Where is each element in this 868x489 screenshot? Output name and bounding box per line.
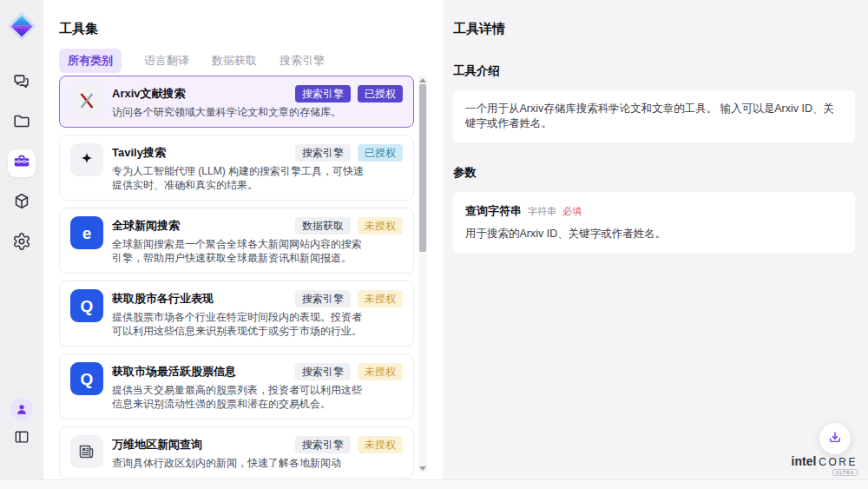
auth-status-badge: 未授权 [358,436,403,453]
toolbox-icon [12,152,31,175]
auth-status-badge: 已授权 [358,144,403,162]
params-heading: 参数 [453,165,855,181]
intro-text: 一个用于从Arxiv存储库搜索科学论文和文章的工具。 输入可以是Arxiv ID… [465,102,843,131]
intel-brand-text: intel [792,454,817,468]
user-avatar[interactable] [10,398,33,420]
tab-translation[interactable]: 语言翻译 [144,53,189,69]
tool-card-regional-news[interactable]: 万维地区新闻查询 查询具体行政区划内的新闻，快速了解各地新闻动 搜索引擎 未授权 [59,426,414,479]
category-badge: 搜索引擎 [295,363,351,380]
tab-search-engine[interactable]: 搜索引擎 [279,53,325,69]
scroll-up-arrow[interactable] [418,76,427,84]
tool-card-global-news[interactable]: e 全球新闻搜索 全球新闻搜索是一个聚合全球各大新闻网站内容的搜索引擎，帮助用户… [59,208,414,274]
sidebar-item-packages[interactable] [8,189,36,217]
tool-list-panel: 工具集 所有类别 语言翻译 数据获取 搜索引擎 Arxiv文献搜索 访问各个研究… [43,0,443,479]
download-icon [827,430,843,448]
tool-card-list: Arxiv文献搜索 访问各个研究领域大量科学论文和文章的存储库。 搜索引擎 已授… [59,76,414,479]
sidebar-item-chat[interactable] [8,69,36,97]
tool-card-desc: 查询具体行政区划内的新闻，快速了解各地新闻动 [112,456,365,470]
stock-logo-icon: Q [70,362,103,395]
intro-box: 一个用于从Arxiv存储库搜索科学论文和文章的工具。 输入可以是Arxiv ID… [453,90,855,142]
category-badge: 搜索引擎 [295,144,351,162]
details-title: 工具详情 [453,21,855,37]
intel-core-logo: intel core Ultra [792,454,858,476]
category-badge: 搜索引擎 [295,85,351,102]
tool-card-desc: 提供当天交易量最高的股票列表，投资者可以利用这些信息来识别流动性强的股票和潜在的… [112,383,365,411]
tool-card-desc: 全球新闻搜索是一个聚合全球各大新闻网站内容的搜索引擎，帮助用户快速获取全球最新资… [112,237,365,265]
auth-status-badge: 已授权 [358,85,403,102]
auth-status-badge: 未授权 [358,217,403,235]
stock-logo-icon: Q [70,289,103,322]
gear-icon [12,232,31,254]
intel-product-text: core [819,456,858,468]
collapse-panel-button[interactable] [8,427,36,450]
auth-status-badge: 未授权 [358,290,403,307]
newspaper-icon [70,435,103,468]
category-badge: 搜索引擎 [295,436,351,453]
param-desc: 用于搜索的Arxiv ID、关键字或作者姓名。 [465,227,843,241]
param-type: 字符串 [528,205,556,218]
bottom-strip [0,479,868,489]
sidebar-item-settings[interactable] [8,229,36,257]
param-name: 查询字符串 [465,203,522,219]
scroll-down-arrow[interactable] [418,464,427,472]
sidebar-item-tools[interactable] [8,149,36,177]
scrollbar-thumb[interactable] [419,84,426,252]
tool-card-desc: 访问各个研究领域大量科学论文和文章的存储库。 [112,105,365,119]
auth-status-badge: 未授权 [358,363,403,380]
tavily-star-icon [70,143,103,176]
tool-card-active-stocks[interactable]: Q 获取市场最活跃股票信息 提供当天交易量最高的股票列表，投资者可以利用这些信息… [59,354,414,420]
arxiv-icon [70,84,103,117]
tool-card-desc: 专为人工智能代理 (LLM) 构建的搜索引擎工具，可快速提供实时、准确和真实的结… [112,164,365,192]
chat-icon [12,72,31,95]
category-badge: 搜索引擎 [295,290,351,307]
category-tabs: 所有类别 语言翻译 数据获取 搜索引擎 [59,49,325,73]
tool-card-arxiv[interactable]: Arxiv文献搜索 访问各个研究领域大量科学论文和文章的存储库。 搜索引擎 已授… [59,76,414,128]
folder-icon [12,112,31,135]
tab-all-categories[interactable]: 所有类别 [59,49,122,73]
tab-data-fetch[interactable]: 数据获取 [212,53,257,69]
intel-ultra-badge: Ultra [832,469,858,476]
param-required-badge: 必填 [562,205,582,218]
tool-card-tavily[interactable]: Tavily搜索 专为人工智能代理 (LLM) 构建的搜索引擎工具，可快速提供实… [59,135,414,201]
tool-card-stock-sectors[interactable]: Q 获取股市各行业表现 提供股票市场各个行业在特定时间段内的表现。投资者可以利用… [59,281,414,347]
sidebar-item-files[interactable] [8,109,36,137]
sidebar-nav [0,69,43,257]
sidebar [0,0,43,479]
intro-heading: 工具介绍 [453,63,855,79]
page-title: 工具集 [59,21,98,37]
tool-card-desc: 提供股票市场各个行业在特定时间段内的表现。投资者可以利用这些信息来识别表现优于或… [112,310,365,338]
tool-details-panel: 工具详情 工具介绍 一个用于从Arxiv存储库搜索科学论文和文章的工具。 输入可… [443,0,868,479]
news-logo-icon: e [70,216,103,249]
list-scrollbar[interactable] [418,76,427,472]
sidebar-bottom [0,398,43,450]
cube-icon [12,192,31,215]
category-badge: 数据获取 [295,217,351,235]
param-box: 查询字符串 字符串 必填 用于搜索的Arxiv ID、关键字或作者姓名。 [453,192,855,253]
download-button[interactable] [819,423,851,454]
app-logo-icon [6,10,37,42]
panel-left-icon [13,428,30,449]
